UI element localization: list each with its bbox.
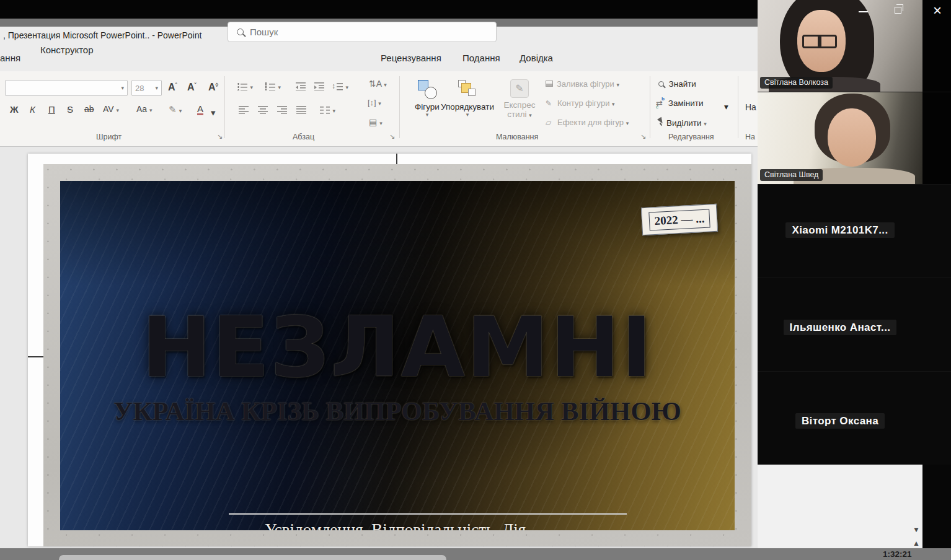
smartart-button[interactable]: ▤ ▾ — [369, 117, 383, 127]
align-text-button[interactable]: [↕] ▾ — [368, 98, 381, 107]
group-divider — [738, 76, 738, 138]
close-icon[interactable]: × — [927, 1, 947, 21]
bold-button[interactable]: Ж — [10, 104, 19, 115]
participant-name-label: Віторт Оксана — [758, 415, 922, 427]
slide-editor-area: 2022 — ... НЕЗЛАМНІ УКРАЇНА КРІЗЬ ВИПРОБ… — [0, 147, 758, 550]
bullets-button[interactable]: ▾ — [237, 81, 253, 92]
align-left-button[interactable] — [239, 104, 249, 115]
flag-background-image: 2022 — ... НЕЗЛАМНІ УКРАЇНА КРІЗЬ ВИПРОБ… — [60, 181, 735, 530]
italic-button[interactable]: К — [30, 104, 35, 115]
editing-group-label: Редагування — [668, 133, 714, 141]
glasses — [802, 35, 842, 46]
participant-name-label: Xiaomi M2101K7... — [758, 224, 922, 237]
numbering-button[interactable]: ▾ — [265, 81, 281, 92]
increase-indent-button[interactable] — [314, 81, 324, 92]
panel-background — [758, 465, 922, 550]
text-direction-button[interactable]: ⇅A ▾ — [369, 79, 387, 89]
tab-clipped[interactable]: ання — [0, 53, 20, 63]
line-spacing-button[interactable]: ▾ — [333, 81, 348, 92]
shape-outline-button[interactable]: ✎Контур фігури ▾ — [546, 98, 615, 108]
year-tag: 2022 — ... — [641, 204, 718, 235]
participant-name-label: Світлана Волкоза — [760, 77, 833, 89]
font-color-button[interactable]: А — [197, 104, 203, 115]
columns-button[interactable]: ▾ — [320, 104, 335, 115]
replace-icon: b⇄c — [656, 98, 666, 108]
arrange-button[interactable]: Упорядкувати ▾ — [438, 76, 497, 133]
align-right-button[interactable] — [277, 104, 287, 115]
year-tag-text: 2022 — ... — [648, 209, 710, 230]
participant-name-label: Світлана Швед — [760, 169, 823, 181]
replace-button[interactable]: b⇄c Замінити — [656, 98, 703, 108]
paragraph-group-label: Абзац — [293, 133, 314, 141]
paragraph-dialog-launcher[interactable]: ↘ — [389, 133, 395, 141]
search-input[interactable] — [250, 27, 479, 37]
clear-formatting-button[interactable]: A◊ — [208, 82, 218, 93]
align-center-button[interactable] — [258, 104, 268, 115]
chevron-down-icon: ▾ — [121, 85, 124, 91]
tab-view[interactable]: Подання — [462, 53, 500, 63]
decrease-indent-button[interactable] — [296, 81, 306, 92]
window-controls: × — [758, 0, 951, 22]
participant-video-tile[interactable]: Світлана Швед — [758, 92, 951, 184]
font-name-combo[interactable]: ▾ — [5, 80, 128, 96]
tab-help[interactable]: Довідка — [520, 53, 553, 63]
character-spacing-button[interactable]: AV ▾ — [103, 104, 119, 114]
shape-effects-button[interactable]: ▱Ефекти для фігур ▾ — [546, 118, 629, 127]
dictate-button-clipped[interactable]: На — [745, 102, 756, 112]
strikethrough-button[interactable]: S — [67, 104, 73, 115]
participant-audio-tile[interactable]: Ільяшенко Анаст... — [758, 278, 951, 371]
participant-audio-tile[interactable]: Віторт Оксана — [758, 371, 951, 465]
select-button[interactable]: Виділити ▾ — [657, 118, 707, 128]
ribbon: ▾ 28 ▾ Aˆ Aˇ A◊ Ж К П S ab AV ▾ Aa ▾ ✎ ▾… — [0, 71, 758, 147]
group-divider — [650, 76, 650, 138]
search-box[interactable] — [228, 22, 497, 42]
slide-divider-line — [229, 513, 627, 515]
search-icon — [237, 28, 244, 35]
find-button[interactable]: Знайти — [658, 79, 696, 89]
shape-effects-icon: ▱ — [546, 118, 555, 127]
shrink-font-button[interactable]: Aˇ — [187, 82, 197, 93]
control-bar-handle[interactable] — [59, 555, 446, 560]
slide-title: НЕЗЛАМНІ — [60, 306, 735, 389]
video-letterbox — [922, 92, 951, 184]
chevron-down-icon[interactable]: ▾ — [211, 107, 216, 118]
slide-canvas[interactable]: 2022 — ... НЕЗЛАМНІ УКРАЇНА КРІЗЬ ВИПРОБ… — [28, 154, 751, 546]
window-title: , Презентация Microsoft PowerPoint.. - P… — [3, 30, 201, 40]
scroll-down-icon[interactable]: ▼ — [911, 525, 921, 534]
chevron-down-icon[interactable]: ▾ — [724, 102, 728, 112]
select-cursor-icon — [657, 118, 663, 126]
restore-icon[interactable] — [895, 7, 901, 14]
participant-audio-tile[interactable]: Xiaomi M2101K7... — [758, 184, 951, 278]
slide-motto: Усвідомлення. Відповідальність. Дія. — [60, 520, 735, 530]
slide-subtitle: УКРАЇНА КРІЗЬ ВИПРОБУВАННЯ ВІЙНОЮ — [60, 396, 735, 426]
minimize-icon[interactable] — [859, 11, 868, 12]
justify-button[interactable] — [296, 104, 306, 115]
grow-font-button[interactable]: Aˆ — [168, 82, 177, 93]
highlighter-icon[interactable]: ✎ ▾ — [169, 104, 182, 115]
drawing-group-label: Малювання — [496, 133, 538, 141]
meeting-timer: 1:32:21 — [883, 549, 912, 559]
find-icon — [658, 81, 664, 87]
strikethrough-ab-icon[interactable]: ab — [84, 104, 94, 114]
panel-bottom-area: ▼ ▲ — [758, 465, 951, 550]
drawing-dialog-launcher[interactable]: ↘ — [640, 133, 646, 141]
participant-video-tile[interactable]: × Світлана Волкоза — [758, 0, 951, 92]
shape-fill-button[interactable]: Заливка фігури ▾ — [546, 79, 619, 89]
top-letterbox — [0, 0, 758, 19]
participants-panel: × Світлана Волкоза Світлана Швед Xiaomi … — [758, 0, 951, 560]
participant-name-label: Ільяшенко Анаст... — [758, 322, 922, 334]
titlebar: , Презентация Microsoft PowerPoint.. - P… — [0, 27, 758, 45]
change-case-button[interactable]: Aa ▾ — [136, 104, 153, 114]
quick-styles-icon: ✎ — [510, 79, 529, 98]
font-group-label: Шрифт — [96, 133, 122, 141]
shapes-icon — [417, 79, 438, 100]
font-size-combo[interactable]: 28 ▾ — [131, 80, 162, 96]
tab-review[interactable]: Рецензування — [381, 53, 441, 63]
meeting-bottom-bar: 1:32:21 — [0, 548, 951, 560]
quick-styles-button[interactable]: ✎ Експрес стилі ▾ — [500, 76, 539, 133]
chevron-down-icon: ▾ — [155, 85, 158, 91]
scroll-up-icon[interactable]: ▲ — [911, 539, 921, 548]
participant-face — [828, 108, 876, 167]
font-dialog-launcher[interactable]: ↘ — [217, 133, 223, 141]
underline-button[interactable]: П — [48, 104, 55, 115]
